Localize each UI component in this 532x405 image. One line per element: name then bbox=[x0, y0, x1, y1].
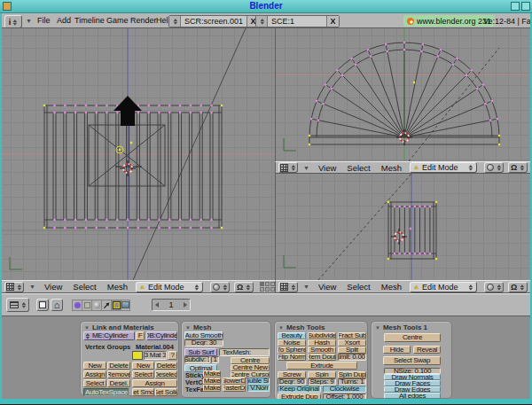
subdiv-render-field[interactable]: 1 bbox=[211, 356, 219, 363]
noise-button[interactable]: Noise bbox=[278, 339, 306, 347]
select-swap-button[interactable]: Select Swap bbox=[383, 356, 441, 365]
window-close-button[interactable] bbox=[521, 2, 530, 11]
home-button[interactable]: ⌂ bbox=[51, 299, 63, 311]
frame-prev-icon[interactable] bbox=[155, 302, 159, 308]
header-collapse-icon[interactable]: ▼ bbox=[303, 281, 309, 292]
extrude-button[interactable]: Extrude bbox=[286, 362, 357, 370]
texface-make-button[interactable]: Make bbox=[203, 385, 221, 392]
hash-button[interactable]: Hash bbox=[308, 339, 336, 347]
screw-button[interactable]: Screw bbox=[278, 371, 306, 378]
menu-game[interactable]: Game bbox=[106, 15, 129, 27]
to-sphere-button[interactable]: To Sphere bbox=[278, 347, 306, 354]
menu-mesh[interactable]: Mesh bbox=[381, 282, 402, 292]
texmesh-field[interactable]: TexMesh: bbox=[219, 348, 270, 356]
logic-context-button[interactable] bbox=[72, 300, 82, 311]
material-help-button[interactable]: ? bbox=[168, 351, 177, 360]
vgroup-deselect-button[interactable]: Desel. bbox=[107, 379, 130, 387]
centre-new-button[interactable]: Centre New bbox=[231, 364, 270, 371]
menu-timeline[interactable]: Timeline bbox=[74, 15, 105, 27]
fake-user-button[interactable]: F bbox=[136, 331, 145, 340]
limit-field[interactable]: Limit: 0.001 bbox=[338, 354, 366, 361]
frame-next-icon[interactable] bbox=[184, 302, 187, 308]
draw-type-button[interactable] bbox=[484, 282, 504, 292]
flip-normals-button[interactable]: Flip Norm bbox=[278, 354, 306, 361]
shading-context-button[interactable] bbox=[91, 300, 101, 311]
menu-file[interactable]: File bbox=[37, 15, 51, 27]
menu-select[interactable]: Select bbox=[347, 163, 370, 173]
centre-button[interactable]: Centre bbox=[231, 357, 270, 364]
all-edges-toggle[interactable]: All edges bbox=[384, 393, 441, 399]
panel-collapse-icon[interactable]: ▼ bbox=[278, 325, 284, 331]
material-new-button[interactable]: New bbox=[132, 362, 154, 370]
mode-dropdown[interactable]: ▲ Edit Mode bbox=[410, 282, 477, 292]
draw-type-button[interactable] bbox=[210, 282, 230, 292]
viewport-type-button[interactable] bbox=[278, 162, 298, 173]
object-context-button[interactable] bbox=[101, 300, 111, 311]
panel-collapse-icon[interactable]: ▼ bbox=[375, 325, 380, 331]
mesh-datablock-field[interactable]: ME:Cylinder bbox=[83, 331, 135, 340]
editing-context-button[interactable] bbox=[111, 300, 121, 311]
no-vnormal-flip-toggle[interactable]: No V.Normal bbox=[247, 385, 270, 392]
vgroup-assign-button[interactable]: Assign bbox=[83, 370, 106, 378]
subsurf-toggle[interactable]: Sub Surf bbox=[184, 348, 217, 356]
header-collapse-icon[interactable]: ▼ bbox=[29, 281, 35, 292]
panel-collapse-icon[interactable]: ▼ bbox=[185, 325, 191, 331]
material-deselect-button[interactable]: Deselect bbox=[155, 370, 177, 378]
steps-field[interactable]: Steps: 9 bbox=[308, 378, 336, 386]
turns-field[interactable]: Turns: 1 bbox=[338, 378, 366, 386]
script-context-button[interactable] bbox=[82, 300, 91, 311]
menu-view[interactable]: View bbox=[44, 282, 62, 292]
faster-draw-button[interactable]: FasterDr bbox=[223, 385, 246, 392]
keep-original-toggle[interactable]: Keep Original bbox=[278, 386, 321, 393]
vertcol-make-button[interactable]: Make bbox=[203, 378, 221, 385]
object-name-field[interactable]: OB:Cylinder bbox=[146, 331, 177, 340]
draw-type-button[interactable] bbox=[484, 162, 504, 173]
pivot-button[interactable]: Ω bbox=[508, 282, 528, 292]
clockwise-toggle[interactable]: Clockwise bbox=[323, 386, 366, 393]
reveal-button[interactable]: Reveal bbox=[413, 346, 441, 354]
viewport-side[interactable] bbox=[275, 174, 530, 280]
slower-draw-button[interactable]: SlowerDr bbox=[223, 378, 246, 385]
menu-mesh[interactable]: Mesh bbox=[107, 282, 128, 292]
window-maximize-button[interactable] bbox=[511, 2, 520, 11]
menu-view[interactable]: View bbox=[318, 282, 336, 292]
double-sided-toggle[interactable]: Double Side bbox=[247, 378, 270, 385]
viewport-type-button[interactable] bbox=[4, 282, 24, 292]
menu-select[interactable]: Select bbox=[347, 282, 370, 292]
panel-collapse-icon[interactable]: ▼ bbox=[84, 325, 90, 331]
centre-button[interactable]: Centre bbox=[384, 333, 441, 342]
material-color-swatch[interactable] bbox=[132, 351, 143, 360]
autotexspace-toggle[interactable]: AutoTexSpace bbox=[83, 388, 129, 396]
vgroup-new-button[interactable]: New bbox=[83, 362, 106, 370]
menu-add[interactable]: Add bbox=[57, 15, 71, 27]
sticky-make-button[interactable]: Make bbox=[203, 370, 221, 378]
vgroup-select-button[interactable]: Select bbox=[83, 379, 106, 387]
info-window-button[interactable]: i bbox=[4, 15, 22, 28]
screen-selector[interactable]: SCR:screen.001 X bbox=[168, 15, 260, 27]
menu-view[interactable]: View bbox=[318, 163, 336, 173]
menu-render[interactable]: Render bbox=[130, 15, 157, 27]
mode-dropdown[interactable]: ▲ Edit Mode bbox=[136, 282, 203, 292]
draw-faces-toggle[interactable]: Draw Faces bbox=[384, 380, 441, 386]
pivot-button[interactable]: Ω bbox=[508, 162, 528, 173]
viewport-type-button[interactable] bbox=[278, 282, 298, 292]
smooth-button[interactable]: Smooth bbox=[308, 347, 336, 354]
scene-context-button[interactable] bbox=[121, 300, 130, 311]
material-assign-button[interactable]: Assign bbox=[132, 379, 177, 387]
scene-selector[interactable]: SCE:1 X bbox=[255, 15, 340, 27]
menu-mesh[interactable]: Mesh bbox=[381, 163, 402, 173]
layer-group[interactable] bbox=[260, 282, 275, 292]
spin-dup-button[interactable]: Spin Dup bbox=[338, 371, 366, 378]
set-smooth-button[interactable]: Set Smoo bbox=[132, 388, 154, 396]
pivot-button[interactable]: Ω bbox=[234, 282, 254, 292]
material-select-button[interactable]: Select bbox=[132, 370, 154, 378]
vgroup-remove-button[interactable]: Remove bbox=[107, 370, 130, 378]
fract-sub-button[interactable]: Fract Sub bbox=[338, 332, 366, 339]
layer-buttons[interactable] bbox=[260, 282, 275, 292]
nsize-field[interactable]: NSize: 0.100 bbox=[384, 368, 441, 374]
xsort-button[interactable]: Xsort bbox=[338, 339, 366, 347]
draw-edges-toggle[interactable]: Draw Edges bbox=[384, 386, 441, 393]
material-delete-button[interactable]: Delete bbox=[155, 362, 177, 370]
hide-button[interactable]: Hide bbox=[383, 346, 411, 354]
header-collapse-icon[interactable]: ▼ bbox=[303, 162, 309, 174]
